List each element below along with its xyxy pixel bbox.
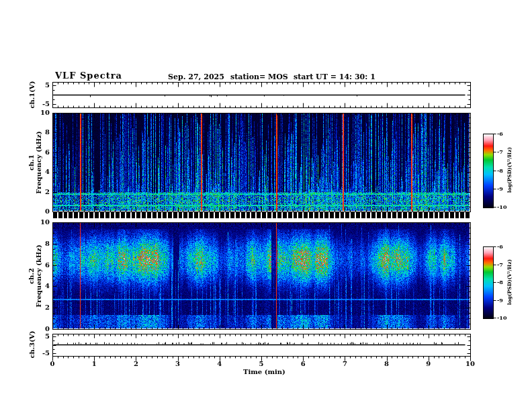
colorbar1-tick-label: -8 xyxy=(497,168,515,173)
y-axis-label-spec1: ch.1 Frequency (kHz) xyxy=(28,131,42,193)
x-tick-label: 9 xyxy=(418,361,439,367)
x-tick-label: 7 xyxy=(335,361,355,367)
colorbar1-tick-label: -6 xyxy=(497,131,515,136)
page-title: VLF Spectra xyxy=(55,71,122,81)
spec2-y-tick-label: 6 xyxy=(26,262,50,269)
plot-canvas xyxy=(0,0,532,411)
header-date: Sep. 27, 2025 xyxy=(168,73,224,81)
colorbar2-tick-label: -7 xyxy=(497,262,515,267)
colorbar1-tick-label: -7 xyxy=(497,149,515,154)
ch1v-y-tick-label: 5 xyxy=(26,82,50,89)
y-axis-label-spec2-line1: ch.2 xyxy=(28,244,35,307)
spec2-y-tick-label: 10 xyxy=(26,219,50,226)
spec2-y-tick-label: 0 xyxy=(26,326,50,332)
colorbar-ch1 xyxy=(483,134,494,208)
spec1-y-tick-label: 10 xyxy=(26,109,50,116)
x-tick-label: 2 xyxy=(126,361,146,367)
colorbar2-tick-label: -6 xyxy=(497,244,515,249)
x-tick-label: 0 xyxy=(42,361,62,367)
colorbar2-tick-label: -9 xyxy=(497,298,515,303)
header-station: station= MOS xyxy=(230,73,288,81)
colorbar2-tick-label: -10 xyxy=(497,315,515,320)
y-axis-label-spec2: ch.2 Frequency (kHz) xyxy=(28,244,42,307)
ch1v-y-tick-label: -5 xyxy=(26,101,50,107)
x-axis-label: Time (min) xyxy=(243,368,285,375)
x-tick-label: 5 xyxy=(251,361,271,367)
x-tick-label: 10 xyxy=(460,361,480,367)
spec1-y-tick-label: 2 xyxy=(26,189,50,195)
spec1-y-tick-label: 0 xyxy=(26,208,50,215)
x-tick-label: 1 xyxy=(84,361,104,367)
y-axis-label-spec1-line2: Frequency (kHz) xyxy=(35,131,42,193)
spec2-y-tick-label: 8 xyxy=(26,240,50,247)
colorbar1-tick-label: -9 xyxy=(497,186,515,191)
x-tick-label: 8 xyxy=(377,361,397,367)
ch3v-y-tick-label: -5 xyxy=(26,350,50,357)
spec1-y-tick-label: 4 xyxy=(26,169,50,175)
ch3v-y-tick-label: 5 xyxy=(26,333,50,340)
colorbar1-tick-label: -10 xyxy=(497,204,515,210)
spec1-y-tick-label: 6 xyxy=(26,149,50,156)
vlf-spectra-figure: VLF Spectra Sep. 27, 2025 station= MOS s… xyxy=(0,0,532,411)
colorbar-ch2 xyxy=(483,246,494,319)
y-axis-label-spec1-line1: ch.1 xyxy=(28,131,35,193)
x-tick-label: 3 xyxy=(168,361,188,367)
x-tick-label: 4 xyxy=(210,361,230,367)
spec2-y-tick-label: 2 xyxy=(26,304,50,311)
header-start-ut: start UT = 14: 30: 1 xyxy=(294,73,375,81)
colorbar2-tick-label: -8 xyxy=(497,279,515,285)
spec2-y-tick-label: 4 xyxy=(26,283,50,289)
x-tick-label: 6 xyxy=(293,361,313,367)
y-axis-label-spec2-line2: Frequency (kHz) xyxy=(35,244,42,307)
spec1-y-tick-label: 8 xyxy=(26,129,50,136)
